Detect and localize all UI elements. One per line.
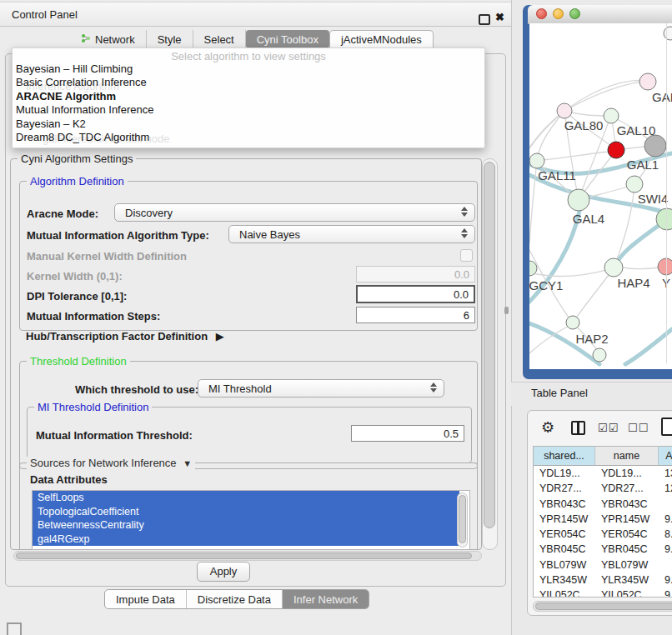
settings-horizontal-scrollbar[interactable] [13,551,482,561]
hub-definition-label: Hub/Transcription Factor Definition [26,330,208,342]
network-node-gal10[interactable] [604,108,619,123]
algorithm-definition-title: Algorithm Definition [27,175,128,188]
attribute-list-item[interactable]: BetweennessCentrality [33,518,459,532]
tab-jactivemnodules[interactable]: jActiveMNodules [329,30,434,48]
network-edge[interactable] [537,151,615,161]
apply-button[interactable]: Apply [197,562,250,582]
network-icon [81,33,91,46]
network-edge[interactable] [529,161,537,243]
panel-title: Control Panel [12,8,78,21]
sources-toggle[interactable]: Sources for Network Inference ▼ [27,457,195,469]
algorithm-option[interactable]: Bayesian – K2 [13,118,484,131]
aracne-mode-value: Discovery [125,207,173,219]
show-columns-icon[interactable]: ☑☑ [598,422,619,434]
mac-zoom-icon[interactable] [569,8,580,19]
table-cell [659,497,672,512]
table-horizontal-scrollbar[interactable] [533,601,672,612]
network-node-swi4[interactable] [626,176,643,192]
dpi-tolerance-field[interactable]: 0.0 [356,285,475,303]
collapse-down-icon[interactable]: ▼ [183,458,192,468]
algorithm-option[interactable]: Dream8 DC_TDC Algorithm [13,131,484,144]
tab-cyni-toolbox[interactable]: Cyni Toolbox [246,30,329,48]
settings-vertical-scrollbar[interactable] [482,158,498,550]
network-view-window[interactable]: GALGAL80GAL10GAL1GAL11SWI4GAL4GCY1HAP4YH… [523,5,672,379]
network-edge[interactable] [574,268,614,322]
network-node-gray-node[interactable] [644,135,666,157]
table-column-header[interactable]: shared... [534,447,595,466]
network-node-hap4[interactable] [604,258,623,277]
node-attribute-table[interactable]: shared...nameA YDL19...YDL19...13YDR27..… [533,446,672,598]
tab-select[interactable]: Select [193,30,246,48]
tab-style[interactable]: Style [147,30,193,48]
which-threshold-combo[interactable]: MI Threshold [198,379,444,398]
network-node-salmon-node[interactable] [658,258,672,275]
algorithm-option[interactable]: Bayesian – Hill Climbing [13,62,484,76]
dock-panel-icon[interactable] [7,622,22,635]
hide-columns-icon[interactable]: ☐☐ [628,422,649,434]
table-row[interactable]: YLR345WYLR345W9. [534,572,672,588]
mi-algorithm-type-combo[interactable]: Naive Bayes [228,225,475,243]
table-cell: YBR043C [595,497,659,512]
table-panel-title: Table Panel [531,387,588,399]
mi-steps-field[interactable]: 6 [356,307,475,323]
node-label-gal-top: GAL [652,90,672,104]
table-cell: 9. [659,542,672,557]
tab-network[interactable]: Network [70,30,147,48]
network-edge[interactable] [537,111,564,161]
network-node-hap2[interactable] [566,316,579,329]
bottom-tab-discretize-data[interactable]: Discretize Data [187,590,283,608]
table-row[interactable]: YDR27...YDR27...12 [534,481,672,496]
algorithm-option[interactable]: Basic Correlation Inference [13,76,484,89]
table-column-header[interactable]: name [595,447,659,466]
node-label-hap2: HAP2 [575,332,608,346]
close-icon[interactable]: ✖ [495,11,504,23]
network-node-node-bottom-partial[interactable] [593,348,606,362]
mi-threshold-field[interactable]: 0.5 [351,425,464,442]
table-column-header[interactable]: A [659,447,672,466]
network-edge[interactable] [625,329,672,364]
network-node-gal4[interactable] [568,189,589,211]
network-node-node-top-partial[interactable] [664,27,672,40]
network-canvas[interactable]: GALGAL80GAL10GAL1GAL11SWI4GAL4GCY1HAP4YH… [529,23,672,369]
manual-kernel-width-checkbox[interactable] [460,249,473,262]
network-edge[interactable] [564,82,648,111]
attribute-list-item[interactable]: SelfLoops [33,491,459,505]
table-row[interactable]: YIL052CYIL052C9. [534,588,672,598]
table-row[interactable]: YBL079WYBL079W [534,558,672,572]
new-table-icon[interactable] [661,418,672,436]
network-window-titlebar[interactable] [528,5,672,24]
bottom-tab-infer-network[interactable]: Infer Network [283,590,369,608]
panel-splitter-handle[interactable] [504,307,509,314]
bottom-tab-impute-data[interactable]: Impute Data [105,590,187,608]
table-cell: YBL079W [534,558,595,572]
expand-right-icon[interactable]: ▶ [216,330,224,342]
column-layout-icon[interactable] [571,421,585,435]
mac-minimize-icon[interactable] [553,8,564,19]
float-window-icon[interactable] [479,14,490,25]
network-node-gal80[interactable] [557,103,572,118]
stepper-arrows-icon [461,228,468,238]
algorithm-option[interactable]: ARACNE Algorithm [13,90,484,103]
aracne-mode-combo[interactable]: Discovery [114,203,475,222]
hub-definition-toggle[interactable]: Hub/Transcription Factor Definition ▶ [26,330,224,342]
network-node-gal1[interactable] [608,142,624,158]
algorithm-option[interactable]: Mutual Information Inference [13,103,484,117]
attribute-list-item[interactable]: TopologicalCoefficient [33,505,459,519]
attribute-list-item[interactable]: gal4RGexp [33,532,459,547]
data-attributes-list[interactable]: SelfLoopsTopologicalCoefficientBetweenne… [32,490,470,550]
which-threshold-value: MI Threshold [208,382,272,395]
table-row[interactable]: YBR045CYBR045C9. [534,542,672,557]
cyni-algorithm-settings-group: Cyni Algorithm Settings Algorithm Defini… [10,158,482,550]
network-node-gal11[interactable] [529,153,544,168]
table-row[interactable]: YER054CYER054C8. [534,527,672,542]
table-row[interactable]: YDL19...YDL19...13 [534,466,672,481]
attr-list-scrollbar[interactable] [457,492,468,548]
network-node-gal-top[interactable] [639,73,656,90]
manual-kernel-width-label: Manual Kernel Width Definition [27,250,187,262]
table-cell: YLR345W [534,572,595,588]
mac-close-icon[interactable] [536,8,547,19]
table-row[interactable]: YBR043CYBR043C [534,497,672,512]
settings-gear-icon[interactable]: ⚙ [541,418,554,437]
network-edge[interactable] [529,81,647,148]
table-row[interactable]: YPR145WYPR145W9. [534,512,672,527]
